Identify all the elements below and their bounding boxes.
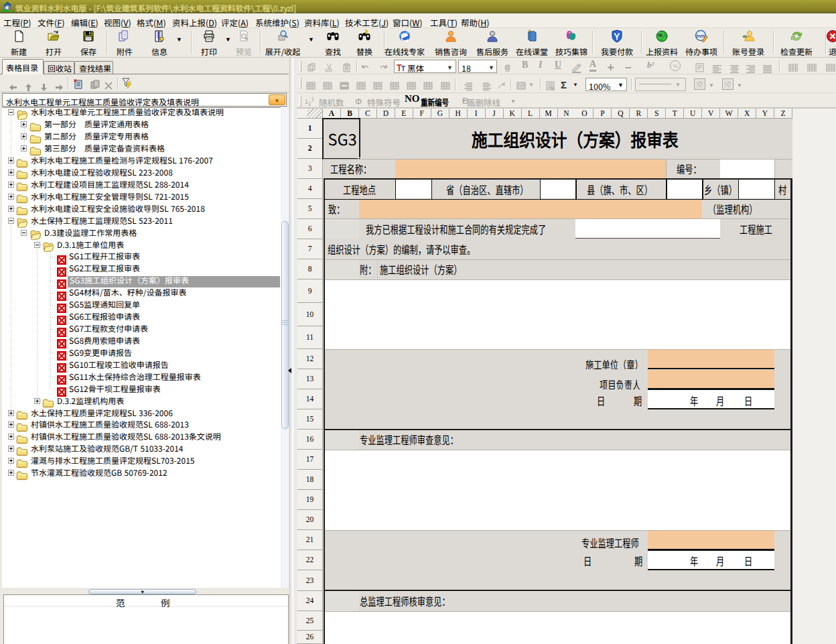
svg-text:DVD: DVD: [697, 34, 705, 38]
